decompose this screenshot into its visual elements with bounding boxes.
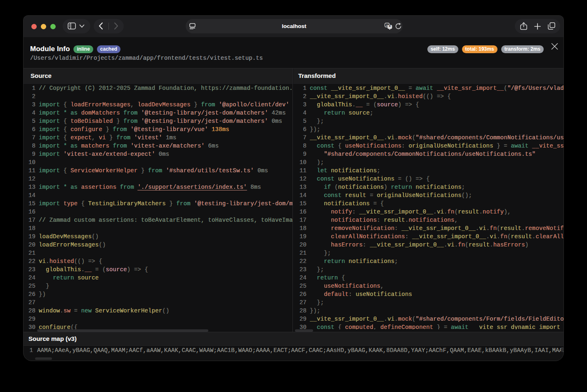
svg-text:*: * <box>389 24 391 29</box>
